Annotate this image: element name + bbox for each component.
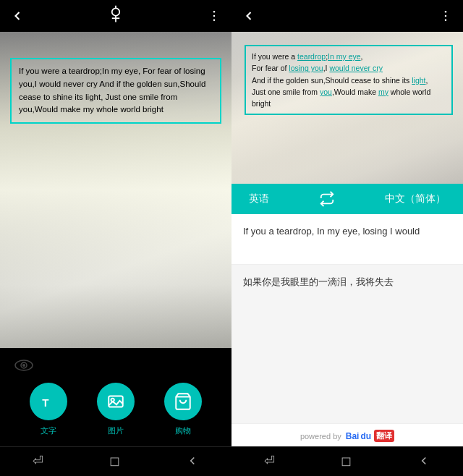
right-nav-back[interactable]: ⏎	[264, 453, 275, 469]
right-nav-home[interactable]: ◻	[341, 453, 352, 469]
svg-point-0	[112, 8, 120, 16]
highlight-you: you	[320, 88, 332, 96]
svg-point-15	[445, 15, 447, 17]
camera-background: If you were a teardrop;In my eye, For fe…	[0, 32, 232, 348]
right-menu-button[interactable]	[438, 9, 453, 23]
highlight-light: light	[412, 76, 425, 85]
shop-action-button[interactable]: 购物	[164, 383, 202, 436]
left-nav-arrow[interactable]	[186, 454, 199, 467]
baidu-du: du	[360, 431, 371, 441]
left-nav-home-icon: ◻	[109, 453, 120, 469]
left-nav-bar: ⏎ ◻	[0, 446, 232, 476]
highlight-losing-you: losing you	[289, 64, 323, 72]
right-text-box: If you were a teardrop;In my eye, For fe…	[245, 45, 453, 115]
shop-circle	[164, 383, 202, 420]
right-image-area: If you were a teardrop;In my eye, For fe…	[232, 32, 463, 184]
right-nav-arrow[interactable]	[417, 454, 430, 467]
left-poem-text: If you were a teardrop;In my eye, For fe…	[19, 65, 213, 116]
left-bottom-controls: T 文字 图片	[0, 348, 232, 446]
powered-by-row: powered by Bai du 翻译	[232, 423, 463, 446]
image-label: 图片	[108, 425, 124, 436]
translation-area: If you a teardrop, In my eye, losing I w…	[232, 214, 463, 423]
svg-text:T: T	[42, 396, 49, 409]
left-nav-home[interactable]: ◻	[109, 453, 120, 469]
source-text: If you a teardrop, In my eye, losing I w…	[243, 224, 451, 239]
right-back-button[interactable]	[242, 9, 256, 23]
action-buttons-row: T 文字 图片	[0, 378, 232, 443]
eye-icon-row	[0, 355, 232, 378]
highlight-my: my	[378, 88, 388, 96]
target-language-label: 中文（简体）	[385, 192, 446, 205]
left-menu-button[interactable]	[207, 9, 221, 23]
baidu-text: Bai	[346, 431, 360, 441]
right-poem-line5: bright	[252, 98, 446, 109]
svg-point-14	[445, 11, 447, 12]
svg-point-6	[213, 20, 216, 22]
left-back-button[interactable]	[10, 9, 25, 23]
source-language-label: 英语	[249, 192, 269, 205]
svg-point-9	[22, 364, 25, 367]
text-action-button[interactable]: T 文字	[30, 383, 67, 436]
left-panel: If you were a teardrop;In my eye, For fe…	[0, 0, 232, 476]
text-label: 文字	[41, 425, 56, 436]
right-nav-back-icon: ⏎	[264, 453, 275, 469]
right-panel: If you were a teardrop;In my eye, For fe…	[232, 0, 463, 476]
language-bar: 英语 中文（简体）	[232, 184, 463, 214]
highlight-teardrop: teardrop	[297, 52, 326, 61]
text-circle: T	[30, 383, 67, 420]
highlight-in-my-eye: In my eye	[328, 52, 361, 61]
right-image-bg: If you were a teardrop;In my eye, For fe…	[232, 32, 463, 184]
right-poem-line1: If you were a teardrop;In my eye,	[252, 51, 446, 62]
shop-label: 购物	[175, 425, 191, 436]
fan-yi-badge: 翻译	[374, 430, 394, 442]
svg-point-4	[213, 11, 216, 12]
right-nav-home-icon: ◻	[341, 453, 352, 469]
left-text-overlay: If you were a teardrop;In my eye, For fe…	[10, 58, 221, 124]
left-nav-back[interactable]: ⏎	[33, 453, 43, 469]
image-action-button[interactable]: 图片	[97, 383, 135, 436]
left-top-bar	[0, 0, 232, 32]
left-nav-back-icon: ⏎	[33, 453, 43, 469]
right-poem-line4: Just one smile from you,Would make my wh…	[252, 86, 446, 98]
highlight-would-never-cry: would never cry	[329, 64, 383, 72]
left-logo-icon	[106, 4, 126, 27]
powered-by-label: powered by	[300, 432, 341, 441]
right-nav-bar: ⏎ ◻	[232, 446, 463, 476]
eye-icon	[14, 360, 33, 374]
svg-point-16	[445, 20, 447, 22]
swap-languages-button[interactable]	[319, 191, 335, 207]
right-poem-line2: For fear of losing you,I would never cry	[252, 62, 446, 74]
translated-text-box: 如果你是我眼里的一滴泪，我将失去	[232, 265, 463, 423]
left-camera-area: If you were a teardrop;In my eye, For fe…	[0, 32, 232, 348]
translated-text: 如果你是我眼里的一滴泪，我将失去	[243, 275, 451, 289]
right-poem-line3: And if the golden sun,Should cease to sh…	[252, 75, 446, 86]
right-top-bar	[232, 0, 463, 32]
svg-point-5	[213, 15, 216, 17]
source-text-box: If you a teardrop, In my eye, losing I w…	[232, 214, 463, 265]
baidu-logo: Bai du 翻译	[346, 430, 394, 442]
image-circle	[97, 383, 135, 420]
